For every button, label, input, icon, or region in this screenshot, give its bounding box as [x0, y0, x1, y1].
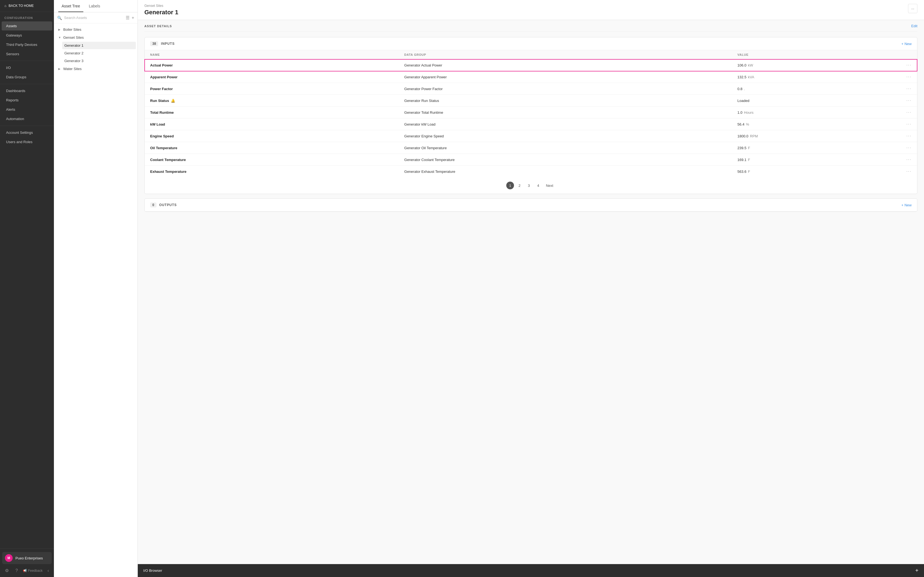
input-name: Actual Power	[150, 63, 173, 67]
row-menu-button[interactable]: ···	[906, 86, 912, 91]
input-value: 239.5 F	[732, 142, 901, 154]
inputs-section-header: 38 INPUTS + New	[145, 37, 917, 50]
table-row[interactable]: Engine SpeedGenerator Engine Speed1800.0…	[145, 130, 917, 142]
row-menu-button[interactable]: ···	[906, 74, 912, 79]
row-menu-button[interactable]: ···	[906, 122, 912, 127]
sidebar-item-third-party-label: Third Party Devices	[6, 43, 37, 47]
input-value: 563.6 F	[732, 166, 901, 177]
sidebar-item-data-groups[interactable]: Data Groups	[2, 73, 52, 82]
table-row[interactable]: Oil TemperatureGenerator Oil Temperature…	[145, 142, 917, 154]
row-menu-button[interactable]: ···	[906, 98, 912, 103]
table-row[interactable]: Run Status🔔Generator Run StatusLoaded···	[145, 95, 917, 106]
inputs-table-body: Actual PowerGenerator Actual Power106.0 …	[145, 60, 917, 177]
feedback-button[interactable]: 📢 Feedback	[23, 569, 43, 572]
row-menu-button[interactable]: ···	[906, 134, 912, 139]
edit-button[interactable]: Edit	[911, 24, 918, 28]
back-to-home-button[interactable]: ⌂ BACK TO HOME	[0, 0, 54, 12]
asset-tabs: Asset Tree Labels	[54, 0, 137, 12]
table-row[interactable]: Actual PowerGenerator Actual Power106.0 …	[145, 60, 917, 71]
row-menu-button[interactable]: ···	[906, 110, 912, 115]
sidebar-bottom: M Pueo Enterprises ⚙ ? 📢 Feedback ‹	[0, 548, 54, 577]
io-browser-plus-button[interactable]: +	[915, 567, 919, 574]
input-name: Apparent Power	[150, 75, 178, 79]
asset-panel: Asset Tree Labels 🔍 ☰ + ▶ Boiler Sites ▼…	[54, 0, 138, 577]
outputs-count-badge: 0	[150, 203, 157, 208]
feedback-megaphone-icon: 📢	[23, 569, 27, 572]
filter-icon[interactable]: ☰	[126, 15, 129, 20]
search-input[interactable]	[64, 16, 123, 20]
tree-site-water-header[interactable]: ▶ Water Sites	[54, 65, 137, 73]
breadcrumb: Genset Sites	[144, 4, 178, 8]
tab-labels[interactable]: Labels	[86, 0, 103, 12]
input-datagroup: Generator Power Factor	[399, 83, 732, 95]
input-name: Oil Temperature	[150, 146, 178, 150]
tab-asset-tree[interactable]: Asset Tree	[58, 0, 83, 12]
asset-tree: ▶ Boiler Sites ▼ Genset Sites Generator …	[54, 23, 137, 577]
sidebar-item-dashboards[interactable]: Dashboards	[2, 86, 52, 95]
inputs-section: 38 INPUTS + New NAME DATA GROUP VALUE Ac…	[144, 37, 918, 194]
sidebar-item-io[interactable]: I/O	[2, 63, 52, 72]
account-name: Pueo Enterprises	[15, 556, 43, 560]
header-title-group: Genset Sites Generator 1	[144, 4, 178, 16]
table-row[interactable]: kW LoadGenerator kW Load56.4 %···	[145, 118, 917, 130]
asset-details-header-row: ASSET DETAILS Edit	[144, 20, 918, 32]
sidebar-item-sensors[interactable]: Sensors	[2, 50, 52, 58]
sidebar-item-assets[interactable]: Assets	[2, 21, 52, 31]
inputs-table-header: NAME DATA GROUP VALUE	[145, 50, 917, 60]
table-row[interactable]: Power FactorGenerator Power Factor0.8 .·…	[145, 83, 917, 95]
sidebar-item-assets-label: Assets	[6, 24, 17, 28]
row-menu-button[interactable]: ···	[906, 157, 912, 162]
page-4-button[interactable]: 4	[534, 182, 542, 189]
page-next-button[interactable]: Next	[544, 182, 556, 189]
input-datagroup: Generator Actual Power	[399, 60, 732, 71]
input-value: 169.1 F	[732, 154, 901, 166]
tree-site-genset: ▼ Genset Sites Generator 1 Generator 2 G…	[54, 34, 137, 64]
input-value: 0.8 .	[732, 83, 901, 95]
sidebar-item-gateways-label: Gateways	[6, 33, 22, 37]
header-menu-button[interactable]: ···	[908, 4, 918, 13]
inputs-title-row: 38 INPUTS	[150, 41, 174, 46]
water-sites-label: Water Sites	[63, 67, 82, 71]
row-menu-button[interactable]: ···	[906, 169, 912, 174]
page-1-button[interactable]: 1	[506, 182, 514, 189]
tree-site-genset-header[interactable]: ▼ Genset Sites	[54, 34, 137, 42]
tree-item-generator-3[interactable]: Generator 3	[62, 57, 136, 64]
collapse-sidebar-icon[interactable]: ‹	[46, 567, 51, 575]
page-2-button[interactable]: 2	[515, 182, 523, 189]
sidebar-item-automation[interactable]: Automation	[2, 114, 52, 123]
outputs-label: OUTPUTS	[159, 203, 177, 207]
sidebar-item-users-roles-label: Users and Roles	[6, 140, 32, 144]
add-asset-icon[interactable]: +	[132, 15, 134, 20]
sidebar-item-reports[interactable]: Reports	[2, 96, 52, 105]
sidebar-item-third-party-devices[interactable]: Third Party Devices	[2, 40, 52, 49]
input-datagroup: Generator Exhaust Temperature	[399, 166, 732, 177]
account-switcher[interactable]: M Pueo Enterprises	[2, 552, 52, 564]
tree-item-generator-1[interactable]: Generator 1	[62, 42, 136, 49]
table-row[interactable]: Exhaust TemperatureGenerator Exhaust Tem…	[145, 166, 917, 177]
chevron-right-icon: ▶	[58, 28, 61, 31]
tree-site-water: ▶ Water Sites	[54, 65, 137, 73]
help-icon[interactable]: ?	[14, 567, 19, 575]
table-row[interactable]: Apparent PowerGenerator Apparent Power13…	[145, 71, 917, 83]
input-value: Loaded	[732, 95, 901, 106]
tree-item-generator-2[interactable]: Generator 2	[62, 50, 136, 57]
avatar: M	[5, 554, 13, 562]
home-icon: ⌂	[5, 4, 6, 8]
row-menu-button[interactable]: ···	[906, 63, 912, 68]
table-row[interactable]: Total RuntimeGenerator Total Runtime1.0 …	[145, 106, 917, 118]
sidebar-item-gateways[interactable]: Gateways	[2, 31, 52, 40]
settings-icon[interactable]: ⚙	[3, 566, 10, 575]
sidebar-item-users-and-roles[interactable]: Users and Roles	[2, 137, 52, 147]
tree-site-boiler-header[interactable]: ▶ Boiler Sites	[54, 26, 137, 34]
table-row[interactable]: Coolant TemperatureGenerator Coolant Tem…	[145, 154, 917, 166]
sidebar-item-account-settings[interactable]: Account Settings	[2, 128, 52, 137]
page-3-button[interactable]: 3	[525, 182, 533, 189]
input-name: Run Status	[150, 98, 169, 103]
inputs-new-button[interactable]: + New	[901, 42, 912, 46]
sidebar-item-alerts[interactable]: Alerts	[2, 105, 52, 114]
genset-sites-label: Genset Sites	[63, 35, 84, 40]
row-menu-button[interactable]: ···	[906, 145, 912, 150]
outputs-title-row: 0 OUTPUTS	[150, 203, 177, 208]
input-value: 132.5 kVA	[732, 71, 901, 83]
outputs-new-button[interactable]: + New	[901, 203, 912, 207]
